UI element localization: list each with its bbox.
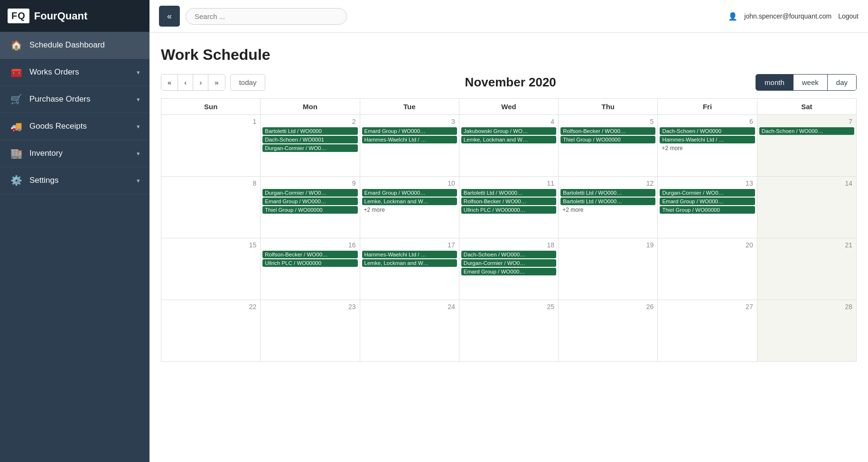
cal-week-2: 1516Rolfson-Becker / WO00…Ullrich PLC / … [161, 238, 857, 300]
day-num-2-0: 15 [163, 240, 258, 251]
logo-box: FQ [8, 9, 29, 23]
nav-next-button[interactable]: › [193, 75, 208, 90]
more-events-link[interactable]: +2 more [362, 206, 457, 214]
table-row: 26 [559, 300, 658, 362]
calendar-event[interactable]: Ullrich PLC / WO00000… [461, 206, 556, 214]
sidebar-nav: 🏠 Schedule Dashboard 🧰 Works Orders ▾ 🛒 … [0, 32, 149, 194]
calendar-event[interactable]: Hammes-Waelchi Ltd / … [362, 251, 457, 258]
calendar-header-row: SunMonTueWedThuFriSat [161, 99, 857, 115]
calendar-event[interactable]: Emard Group / WO000… [461, 268, 556, 275]
more-events-link[interactable]: +2 more [560, 206, 655, 214]
calendar-event[interactable]: Hammes-Waelchi Ltd / … [362, 136, 457, 143]
calendar-event[interactable]: Emard Group / WO000… [660, 198, 755, 205]
calendar-event[interactable]: Dach-Schoen / WO000… [759, 127, 854, 135]
sidebar-item-purchase-orders[interactable]: 🛒 Purchase Orders ▾ [0, 86, 149, 113]
sidebar-icon-works-orders: 🧰 [9, 66, 23, 78]
table-row: 10Emard Group / WO000…Lemke, Lockman and… [360, 177, 459, 238]
nav-first-button[interactable]: « [161, 75, 178, 90]
today-button[interactable]: today [230, 74, 266, 91]
day-num-2-3: 18 [461, 240, 556, 251]
calendar-event[interactable]: Emard Group / WO000… [362, 127, 457, 135]
table-row: 15 [161, 238, 261, 300]
view-btn-day[interactable]: day [828, 75, 856, 90]
calendar-event[interactable]: Hammes-Waelchi Ltd / … [660, 136, 755, 143]
day-num-1-3: 11 [461, 179, 556, 189]
calendar-event[interactable]: Dach-Schoen / WO000… [461, 251, 556, 258]
calendar-event[interactable]: Emard Group / WO000… [262, 198, 357, 205]
table-row: 25 [459, 300, 558, 362]
table-row: 1 [161, 115, 261, 177]
sidebar: FQ FourQuant 🏠 Schedule Dashboard 🧰 Work… [0, 0, 149, 462]
calendar-event[interactable]: Durgan-Cormier / WO0… [262, 189, 357, 197]
table-row: 3Emard Group / WO000…Hammes-Waelchi Ltd … [360, 115, 459, 177]
sidebar-item-goods-receipts[interactable]: 🚚 Goods Receipts ▾ [0, 113, 149, 140]
sidebar-arrow-inventory: ▾ [137, 150, 140, 157]
calendar-event[interactable]: Lemke, Lockman and W… [362, 259, 457, 267]
day-num-3-3: 25 [461, 302, 556, 312]
day-num-1-6: 14 [759, 179, 854, 189]
table-row: 7Dach-Schoen / WO000… [757, 115, 856, 177]
calendar-event[interactable]: Durgan-Cormier / WO0… [461, 259, 556, 267]
calendar-event[interactable]: Bartoletti Ltd / WO000… [461, 189, 556, 197]
sidebar-item-works-orders[interactable]: 🧰 Works Orders ▾ [0, 59, 149, 86]
calendar-event[interactable]: Durgan-Cormier / WO0… [660, 189, 755, 197]
calendar-event[interactable]: Lemke, Lockman and W… [461, 136, 556, 143]
table-row: 21 [757, 238, 856, 300]
table-row: 18Dach-Schoen / WO000…Durgan-Cormier / W… [459, 238, 558, 300]
day-num-0-0: 1 [163, 117, 258, 127]
sidebar-icon-purchase-orders: 🛒 [9, 94, 23, 105]
sidebar-arrow-works-orders: ▾ [137, 69, 140, 76]
calendar-event[interactable]: Emard Group / WO000… [362, 189, 457, 197]
content-area: Work Schedule « ‹ › » today November 202… [149, 33, 868, 462]
day-num-0-3: 4 [461, 117, 556, 127]
view-btn-month[interactable]: month [756, 75, 793, 90]
cal-header-wed: Wed [459, 99, 558, 115]
table-row: 19 [559, 238, 658, 300]
calendar-event[interactable]: Bartoletti Ltd / WO000… [560, 198, 655, 205]
calendar-event[interactable]: Dach-Schoen / WO0000 [660, 127, 755, 135]
calendar-event[interactable]: Thiel Group / WO00000 [660, 206, 755, 214]
more-events-link[interactable]: +2 more [660, 144, 755, 152]
calendar-event[interactable]: Rolfson-Becker / WO00… [461, 198, 556, 205]
day-num-2-6: 21 [759, 240, 854, 251]
sidebar-item-schedule-dashboard[interactable]: 🏠 Schedule Dashboard [0, 32, 149, 59]
cal-header-fri: Fri [658, 99, 757, 115]
calendar-event[interactable]: Bartoletti Ltd / WO000… [560, 189, 655, 197]
user-icon: 👤 [728, 12, 737, 21]
sidebar-icon-schedule-dashboard: 🏠 [9, 39, 23, 51]
logo-text: FourQuant [34, 10, 87, 22]
user-email: john.spencer@fourquant.com [744, 12, 831, 20]
day-num-0-6: 7 [759, 117, 854, 127]
calendar-event[interactable]: Lemke, Lockman and W… [362, 198, 457, 205]
day-num-0-4: 5 [560, 117, 655, 127]
calendar-event[interactable]: Thiel Group / WO00000 [262, 206, 357, 214]
back-button[interactable]: « [159, 6, 180, 27]
sidebar-item-inventory[interactable]: 🏬 Inventory ▾ [0, 140, 149, 167]
nav-btn-group: « ‹ › » [161, 74, 225, 91]
view-btn-group: monthweekday [756, 74, 857, 91]
calendar-event[interactable]: Bartoletti Ltd / WO0000 [262, 127, 357, 135]
table-row: 28 [757, 300, 856, 362]
search-input[interactable] [186, 8, 347, 25]
cal-week-1: 89Durgan-Cormier / WO0…Emard Group / WO0… [161, 177, 857, 238]
sidebar-label-schedule-dashboard: Schedule Dashboard [29, 40, 140, 50]
sidebar-item-settings[interactable]: ⚙️ Settings ▾ [0, 167, 149, 194]
calendar-event[interactable]: Thiel Group / WO00000 [560, 136, 655, 143]
calendar-event[interactable]: Dach-Schoen / WO0001 [262, 136, 357, 143]
view-btn-week[interactable]: week [793, 75, 828, 90]
logout-button[interactable]: Logout [838, 12, 859, 20]
day-num-1-1: 9 [262, 179, 357, 189]
nav-last-button[interactable]: » [208, 75, 224, 90]
calendar-event[interactable]: Ullrich PLC / WO00000 [262, 259, 357, 267]
day-num-3-5: 27 [660, 302, 755, 312]
sidebar-label-settings: Settings [29, 176, 130, 185]
day-num-0-5: 6 [660, 117, 755, 127]
calendar-event[interactable]: Jakubowski Group / WO… [461, 127, 556, 135]
day-num-2-2: 17 [362, 240, 457, 251]
table-row: 11Bartoletti Ltd / WO000…Rolfson-Becker … [459, 177, 558, 238]
calendar-event[interactable]: Rolfson-Becker / WO00… [560, 127, 655, 135]
calendar-event[interactable]: Rolfson-Becker / WO00… [262, 251, 357, 258]
cal-header-sat: Sat [757, 99, 856, 115]
calendar-event[interactable]: Durgan-Cormier / WO0… [262, 144, 357, 152]
nav-prev-button[interactable]: ‹ [178, 75, 193, 90]
